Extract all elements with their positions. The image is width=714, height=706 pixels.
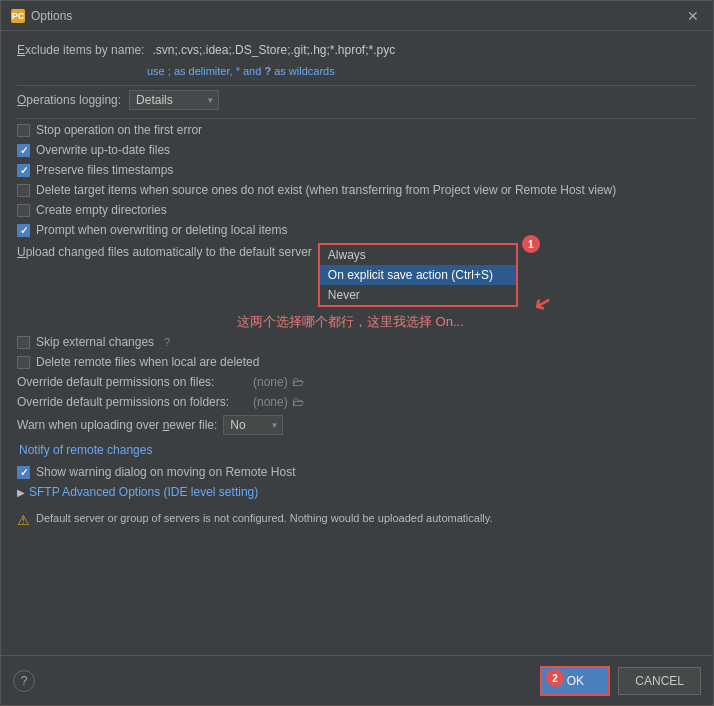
warn-select[interactable]: No [223,415,283,435]
show-warning-row: Show warning dialog on moving on Remote … [17,465,697,479]
logging-select[interactable]: Details [129,90,219,110]
annotation-badge-1: 1 [522,235,540,253]
perm-files-row: Override default permissions on files: (… [17,375,697,389]
sftp-row[interactable]: ▶ SFTP Advanced Options (IDE level setti… [17,485,697,499]
close-button[interactable]: ✕ [683,6,703,26]
skip-external-row: Skip external changes ? [17,335,697,349]
cb-preserve-ts[interactable] [17,164,30,177]
warn-label: Warn when uploading over newer file: [17,418,217,432]
upload-option-never[interactable]: Never [320,285,516,305]
cb-preserve-ts-label: Preserve files timestamps [36,163,173,177]
app-icon: PC [11,9,25,23]
cb-show-warning-label: Show warning dialog on moving on Remote … [36,465,295,479]
dialog-title: Options [31,9,72,23]
cb-delete-remote-label: Delete remote files when local are delet… [36,355,259,369]
upload-dropdown[interactable]: Always On explicit save action (Ctrl+S) … [318,243,518,307]
annotation-badge-2: 2 [546,669,564,687]
footer-left: ? [13,670,35,692]
folder-icon-folders[interactable]: 🗁 [292,395,304,409]
checkbox-row-4: Delete target items when source ones do … [17,183,697,197]
chinese-note: 这两个选择哪个都行，这里我选择 On... [237,313,697,331]
exclude-value: .svn;.cvs;.idea;.DS_Store;.git;.hg;*.hpr… [152,43,395,57]
cb-delete-target[interactable] [17,184,30,197]
cb-stop-error-label: Stop operation on the first error [36,123,202,137]
warning-bar: ⚠ Default server or group of servers is … [17,507,697,532]
cb-stop-error[interactable] [17,124,30,137]
warning-text: Default server or group of servers is no… [36,511,493,526]
dialog-content: Exclude items by name: .svn;.cvs;.idea;.… [1,31,713,655]
divider-2 [17,118,697,119]
help-icon-skip[interactable]: ? [164,336,170,348]
cb-prompt-overwrite-label: Prompt when overwriting or deleting loca… [36,223,287,237]
delete-remote-row: Delete remote files when local are delet… [17,355,697,369]
checkbox-row-6: Prompt when overwriting or deleting loca… [17,223,697,237]
help-button[interactable]: ? [13,670,35,692]
perm-files-value: (none) 🗁 [253,375,304,389]
cb-skip-external-label: Skip external changes [36,335,154,349]
folder-icon-files[interactable]: 🗁 [292,375,304,389]
cb-overwrite-label: Overwrite up-to-date files [36,143,170,157]
cb-overwrite[interactable] [17,144,30,157]
titlebar: PC Options ✕ [1,1,713,31]
notify-link[interactable]: Notify of remote changes [19,443,152,457]
perm-folders-row: Override default permissions on folders:… [17,395,697,409]
checkbox-row-5: Create empty directories [17,203,697,217]
upload-option-explicit[interactable]: On explicit save action (Ctrl+S) [320,265,516,285]
exclude-row: Exclude items by name: .svn;.cvs;.idea;.… [17,43,697,57]
notify-row: Notify of remote changes [17,443,697,457]
cb-empty-dirs[interactable] [17,204,30,217]
cb-delete-remote[interactable] [17,356,30,369]
checkbox-row-2: Overwrite up-to-date files [17,143,697,157]
perm-folders-label: Override default permissions on folders: [17,395,247,409]
cb-empty-dirs-label: Create empty directories [36,203,167,217]
logging-label: Operations logging: [17,93,121,107]
sftp-arrow-icon: ▶ [17,487,25,498]
footer-right: OK CANCEL [540,666,701,696]
sftp-label: SFTP Advanced Options (IDE level setting… [29,485,258,499]
exclude-hint: use ; as delimiter, * and ? as wildcards [147,65,697,77]
exclude-label: Exclude items by name: [17,43,144,57]
upload-row: Upload changed files automatically to th… [17,243,697,307]
cb-skip-external[interactable] [17,336,30,349]
cancel-button[interactable]: CANCEL [618,667,701,695]
warning-triangle-icon: ⚠ [17,512,30,528]
upload-dropdown-container: Always On explicit save action (Ctrl+S) … [318,243,518,307]
footer: ? OK CANCEL [1,655,713,705]
cb-prompt-overwrite[interactable] [17,224,30,237]
options-dialog: PC Options ✕ Exclude items by name: .svn… [0,0,714,706]
perm-folders-text: (none) [253,395,288,409]
checkbox-row-3: Preserve files timestamps [17,163,697,177]
warn-row: Warn when uploading over newer file: No [17,415,697,435]
titlebar-left: PC Options [11,9,72,23]
perm-files-label: Override default permissions on files: [17,375,247,389]
checkbox-row-1: Stop operation on the first error [17,123,697,137]
logging-row: Operations logging: Details [17,90,697,110]
divider-1 [17,85,697,86]
cb-delete-target-label: Delete target items when source ones do … [36,183,616,197]
upload-label: Upload changed files automatically to th… [17,243,312,259]
cb-show-warning[interactable] [17,466,30,479]
perm-folders-value: (none) 🗁 [253,395,304,409]
upload-option-always[interactable]: Always [320,245,516,265]
perm-files-text: (none) [253,375,288,389]
